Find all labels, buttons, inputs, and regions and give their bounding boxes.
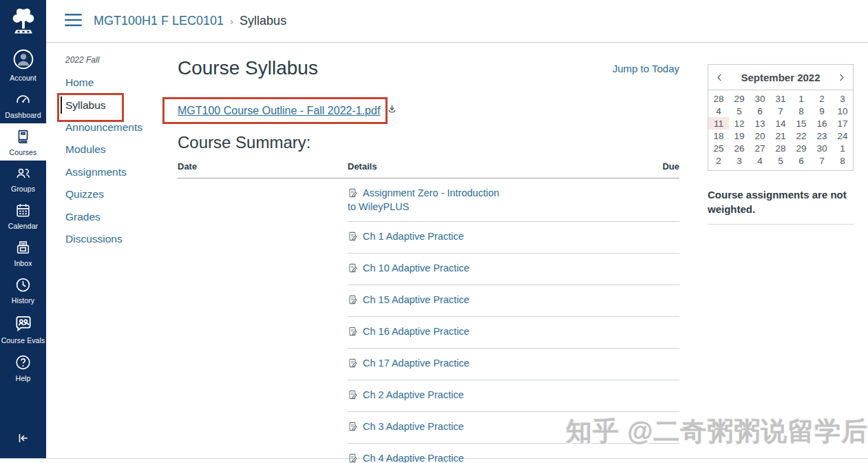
- calendar-day[interactable]: 7: [812, 154, 832, 167]
- hamburger-menu-icon[interactable]: [64, 13, 83, 30]
- sidebar-item-account[interactable]: Account: [0, 43, 46, 86]
- assignment-link[interactable]: Ch 2 Adaptive Practice: [363, 389, 464, 400]
- calendar-day[interactable]: 6: [791, 154, 812, 167]
- breadcrumb-course-link[interactable]: MGT100H1 F LEC0101: [94, 14, 224, 28]
- calendar-icon: [14, 202, 32, 219]
- calendar-day[interactable]: 16: [812, 117, 832, 130]
- details-cell: Ch 2 Adaptive Practice: [348, 380, 507, 412]
- calendar-day[interactable]: 26: [729, 142, 750, 154]
- download-icon[interactable]: [386, 103, 398, 118]
- calendar-day[interactable]: 23: [812, 130, 832, 142]
- sidebar-item-inbox[interactable]: Inbox: [0, 234, 46, 271]
- institution-logo[interactable]: [0, 0, 46, 43]
- assignment-icon: [348, 328, 358, 339]
- calendar-day[interactable]: 29: [729, 92, 750, 105]
- calendar-day[interactable]: 8: [832, 154, 853, 167]
- sidebar-item-help[interactable]: Help: [0, 349, 46, 387]
- sidebar-item-history[interactable]: History: [0, 271, 46, 309]
- calendar-day[interactable]: 8: [791, 105, 812, 117]
- calendar-day[interactable]: 1: [791, 92, 812, 105]
- course-nav-announcements[interactable]: Announcements: [65, 116, 165, 138]
- date-cell: [178, 444, 348, 463]
- calendar-day[interactable]: 9: [812, 105, 832, 117]
- syllabus-file-link[interactable]: MGT100 Course Outline - Fall 2022-1.pdf: [178, 105, 380, 117]
- calendar-day[interactable]: 20: [750, 130, 770, 142]
- calendar-day[interactable]: 15: [791, 117, 812, 130]
- calendar-day[interactable]: 25: [708, 142, 729, 154]
- calendar-day[interactable]: 22: [791, 130, 812, 142]
- assignment-link[interactable]: Ch 4 Adaptive Practice: [363, 453, 464, 463]
- assignment-link[interactable]: Ch 1 Adaptive Practice: [363, 231, 464, 242]
- calendar-next-button[interactable]: [836, 72, 847, 83]
- calendar-day[interactable]: 5: [729, 105, 750, 117]
- course-nav-modules[interactable]: Modules: [65, 138, 165, 161]
- calendar-day[interactable]: 14: [770, 117, 791, 130]
- date-cell: [178, 285, 348, 317]
- history-icon: [14, 276, 32, 294]
- assignment-icon: [348, 360, 358, 371]
- assignment-link[interactable]: Ch 3 Adaptive Practice: [363, 421, 464, 432]
- calendar-day[interactable]: 19: [729, 130, 750, 142]
- calendar-day[interactable]: 13: [750, 117, 770, 130]
- calendar-day[interactable]: 3: [729, 154, 750, 167]
- calendar-day[interactable]: 30: [750, 92, 770, 105]
- calendar-day[interactable]: 2: [708, 154, 729, 167]
- calendar-day[interactable]: 28: [708, 92, 729, 105]
- assignment-link[interactable]: Ch 10 Adaptive Practice: [363, 263, 469, 274]
- sidebar-item-dashboard[interactable]: Dashboard: [0, 86, 46, 123]
- calendar-day[interactable]: 5: [770, 154, 791, 167]
- calendar-day[interactable]: 21: [770, 130, 791, 142]
- course-nav: 2022 Fall Home Syllabus Announcements Mo…: [65, 55, 165, 250]
- course-nav-home[interactable]: Home: [65, 72, 165, 94]
- course-nav-assignments[interactable]: Assignments: [65, 161, 165, 183]
- calendar-day[interactable]: 24: [832, 130, 853, 142]
- course-nav-syllabus[interactable]: Syllabus: [65, 94, 165, 116]
- calendar-day[interactable]: 18: [708, 130, 729, 142]
- table-row: Ch 1 Adaptive Practice: [178, 222, 679, 254]
- calendar-day[interactable]: 29: [791, 142, 812, 154]
- mini-calendar: September 2022 28 29 30 31 1 2 3: [708, 64, 854, 171]
- calendar-day[interactable]: 27: [750, 142, 770, 154]
- calendar-day[interactable]: 3: [832, 92, 853, 105]
- calendar-day[interactable]: 7: [770, 105, 791, 117]
- sidebar-item-label: Help: [16, 374, 31, 382]
- course-nav-grades[interactable]: Grades: [65, 205, 165, 227]
- calendar-grid: 28 29 30 31 1 2 3 4 5 6 7 8 9: [708, 92, 853, 167]
- calendar-day[interactable]: 4: [750, 154, 770, 167]
- details-cell: Ch 16 Adaptive Practice: [348, 317, 507, 349]
- jump-to-today-link[interactable]: Jump to Today: [542, 63, 679, 74]
- calendar-day[interactable]: 4: [708, 105, 729, 117]
- calendar-day[interactable]: 1: [832, 142, 853, 154]
- due-cell: [507, 178, 679, 222]
- due-cell: [507, 222, 679, 254]
- assignment-link[interactable]: Ch 17 Adaptive Practice: [363, 358, 469, 369]
- assignment-link[interactable]: Assignment Zero - Introduction to WileyP…: [348, 187, 499, 212]
- calendar-day[interactable]: 30: [812, 142, 832, 154]
- course-term-label: 2022 Fall: [65, 55, 165, 65]
- sidebar-item-course-evals[interactable]: Course Evals: [0, 309, 46, 349]
- calendar-day[interactable]: 12: [729, 117, 750, 130]
- calendar-day[interactable]: 28: [770, 142, 791, 154]
- calendar-prev-button[interactable]: [714, 72, 725, 83]
- assignment-icon: [348, 455, 358, 463]
- calendar-day[interactable]: 2: [812, 92, 832, 105]
- course-nav-quizzes[interactable]: Quizzes: [65, 183, 165, 205]
- sidebar-item-groups[interactable]: Groups: [0, 161, 46, 197]
- sidebar-item-label: Calendar: [8, 222, 38, 230]
- due-cell: [507, 285, 679, 317]
- calendar-day[interactable]: 17: [832, 117, 853, 130]
- sidebar-item-calendar[interactable]: Calendar: [0, 197, 46, 234]
- right-sidebar: September 2022 28 29 30 31 1 2 3: [708, 64, 854, 225]
- sidebar-item-label: Inbox: [14, 259, 32, 267]
- calendar-day-today[interactable]: 11: [708, 117, 729, 130]
- calendar-day[interactable]: 31: [770, 92, 791, 105]
- collapse-nav-button[interactable]: [0, 425, 46, 451]
- calendar-day[interactable]: 6: [750, 105, 770, 117]
- assignment-link[interactable]: Ch 16 Adaptive Practice: [363, 326, 469, 337]
- course-nav-discussions[interactable]: Discussions: [65, 228, 165, 250]
- table-row: Ch 2 Adaptive Practice: [178, 380, 679, 412]
- groups-icon: [14, 165, 32, 182]
- sidebar-item-courses[interactable]: Courses: [0, 123, 46, 161]
- calendar-day[interactable]: 10: [832, 105, 853, 117]
- assignment-link[interactable]: Ch 15 Adaptive Practice: [363, 294, 469, 305]
